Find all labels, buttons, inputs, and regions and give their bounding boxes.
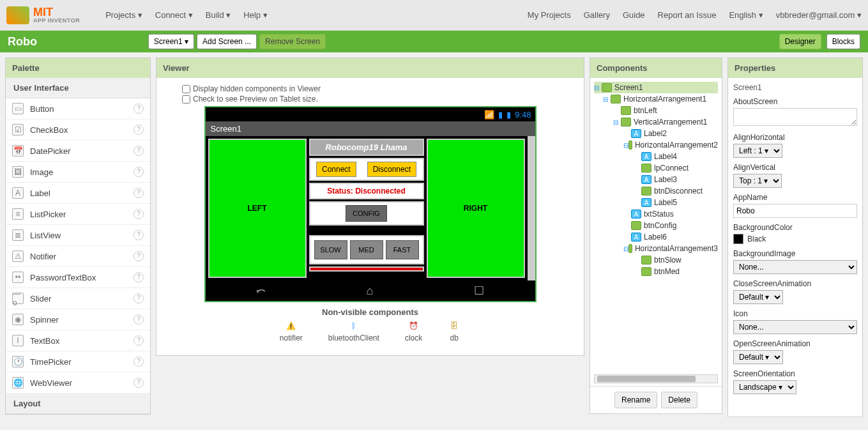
menu-lang[interactable]: English ▾ bbox=[729, 10, 763, 20]
aboutscreen-input[interactable] bbox=[733, 108, 857, 126]
components-hscroll[interactable] bbox=[594, 374, 718, 383]
delete-button[interactable]: Delete bbox=[661, 392, 697, 408]
tree-node-Label3[interactable]: ALabel3 bbox=[594, 174, 718, 185]
preview-fast-button[interactable]: FAST bbox=[386, 240, 419, 259]
nonvis-db[interactable]: 🗄db bbox=[448, 319, 461, 342]
tree-node-txtStatus[interactable]: AtxtStatus bbox=[594, 208, 718, 220]
palette-item-checkbox[interactable]: ☑CheckBox? bbox=[6, 119, 150, 141]
menu-connect[interactable]: Connect ▾ bbox=[155, 10, 193, 20]
tree-node-VerticalArrangement1[interactable]: ⊟VerticalArrangement1 bbox=[594, 116, 718, 128]
tree-toggle-icon[interactable]: ⊟ bbox=[613, 119, 621, 126]
bgcolor-row[interactable]: Black bbox=[733, 234, 857, 244]
preview-connect-button[interactable]: Connect bbox=[316, 162, 356, 177]
preview-slow-button[interactable]: SLOW bbox=[314, 240, 347, 259]
tree-node-btnMed[interactable]: btnMed bbox=[594, 266, 718, 277]
palette-item-notifier[interactable]: ⚠Notifier? bbox=[6, 246, 150, 267]
tree-node-Label4[interactable]: ALabel4 bbox=[594, 151, 718, 162]
palette-item-listpicker[interactable]: ≡ListPicker? bbox=[6, 204, 150, 225]
tree-node-btnDisconnect[interactable]: btnDisconnect bbox=[594, 185, 718, 197]
help-icon[interactable]: ? bbox=[133, 335, 144, 346]
phone-screen[interactable]: LEFT Robocomp19 Lhama Connect Disconnect… bbox=[206, 136, 535, 280]
help-icon[interactable]: ? bbox=[133, 314, 144, 325]
tree-toggle-icon[interactable]: ⊟ bbox=[594, 84, 602, 91]
tree-node-btnLeft[interactable]: btnLeft bbox=[594, 105, 718, 116]
designer-tab[interactable]: Designer bbox=[779, 34, 821, 49]
nonvis-notifier[interactable]: ⚠️notifier bbox=[280, 319, 303, 342]
palette-section-layout[interactable]: Layout bbox=[6, 394, 150, 414]
blocks-tab[interactable]: Blocks bbox=[826, 34, 860, 49]
help-icon[interactable]: ? bbox=[133, 357, 144, 367]
icon-select[interactable]: None... bbox=[733, 320, 857, 334]
tree-node-Label2[interactable]: ALabel2 bbox=[594, 128, 718, 139]
preview-disconnect-button[interactable]: Disconnect bbox=[367, 162, 416, 177]
closeanim-select[interactable]: Default ▾ bbox=[733, 290, 783, 304]
menu-help[interactable]: Help ▾ bbox=[243, 10, 267, 20]
palette-item-spinner[interactable]: ◉Spinner? bbox=[6, 309, 150, 330]
palette-item-image[interactable]: 🖼Image? bbox=[6, 162, 150, 183]
help-icon[interactable]: ? bbox=[133, 104, 144, 114]
alignh-select[interactable]: Left : 1 ▾ bbox=[733, 144, 782, 158]
menu-guide[interactable]: Guide bbox=[623, 10, 645, 20]
help-icon[interactable]: ? bbox=[133, 167, 144, 177]
components-tree[interactable]: ⊟Screen1⊟HorizontalArrangement1btnLeft⊟V… bbox=[590, 78, 722, 372]
palette-item-button[interactable]: ▭Button? bbox=[6, 98, 150, 119]
tree-node-Screen1[interactable]: ⊟Screen1 bbox=[594, 82, 718, 93]
remove-screen-button[interactable]: Remove Screen bbox=[259, 34, 326, 49]
help-icon[interactable]: ? bbox=[133, 125, 144, 135]
palette-item-datepicker[interactable]: 📅DatePicker? bbox=[6, 141, 150, 162]
palette-item-listview[interactable]: ≣ListView? bbox=[6, 225, 150, 246]
menu-gallery[interactable]: Gallery bbox=[584, 10, 610, 20]
menu-report[interactable]: Report an Issue bbox=[658, 10, 717, 20]
help-icon[interactable]: ? bbox=[133, 230, 144, 240]
preview-redbar[interactable] bbox=[309, 266, 424, 272]
tree-toggle-icon[interactable]: ⊟ bbox=[603, 96, 611, 103]
screen-dropdown[interactable]: Screen1 ▾ bbox=[148, 34, 194, 49]
palette-item-textbox[interactable]: ITextBox? bbox=[6, 330, 150, 351]
preview-med-button[interactable]: MED bbox=[350, 240, 383, 259]
help-icon[interactable]: ? bbox=[133, 209, 144, 219]
palette-item-label[interactable]: ALabel? bbox=[6, 183, 150, 204]
menu-projects[interactable]: Projects ▾ bbox=[105, 10, 142, 20]
tree-node-HorizontalArrangement1[interactable]: ⊟HorizontalArrangement1 bbox=[594, 93, 718, 105]
nonvis-bluetooth[interactable]: ᛒbluetoothClient bbox=[328, 319, 379, 342]
rename-button[interactable]: Rename bbox=[614, 392, 657, 408]
preview-scrollbar[interactable] bbox=[528, 136, 535, 280]
logo[interactable]: MIT APP INVENTOR bbox=[6, 6, 80, 24]
home-icon[interactable]: ⌂ bbox=[367, 284, 374, 298]
menu-account[interactable]: vbbreder@gmail.com ▾ bbox=[776, 10, 862, 20]
add-screen-button[interactable]: Add Screen ... bbox=[197, 34, 257, 49]
palette-item-webviewer[interactable]: 🌐WebViewer? bbox=[6, 372, 150, 394]
alignv-select[interactable]: Top : 1 ▾ bbox=[733, 174, 782, 188]
preview-title[interactable]: Robocomp19 Lhama bbox=[309, 139, 424, 156]
appname-input[interactable] bbox=[733, 204, 857, 218]
orient-select[interactable]: Landscape ▾ bbox=[733, 380, 796, 394]
preview-status[interactable]: Status: Disconnected bbox=[309, 183, 424, 199]
tree-node-Label5[interactable]: ALabel5 bbox=[594, 197, 718, 208]
preview-config-button[interactable]: CONFIG bbox=[346, 205, 387, 222]
preview-left-button[interactable]: LEFT bbox=[208, 139, 307, 278]
menu-build[interactable]: Build ▾ bbox=[206, 10, 231, 20]
recent-icon[interactable]: ☐ bbox=[474, 284, 484, 298]
menu-myprojects[interactable]: My Projects bbox=[528, 10, 571, 20]
palette-item-slider[interactable]: —oSlider? bbox=[6, 288, 150, 309]
bgimage-select[interactable]: None... bbox=[733, 260, 857, 274]
help-icon[interactable]: ? bbox=[133, 272, 144, 282]
openanim-select[interactable]: Default ▾ bbox=[733, 350, 783, 364]
nonvis-clock[interactable]: ⏰clock bbox=[405, 319, 422, 342]
help-icon[interactable]: ? bbox=[133, 378, 144, 388]
help-icon[interactable]: ? bbox=[133, 188, 144, 198]
chk-hidden[interactable] bbox=[182, 85, 190, 93]
help-icon[interactable]: ? bbox=[133, 293, 144, 303]
palette-item-passwordtextbox[interactable]: ••PasswordTextBox? bbox=[6, 267, 150, 288]
tree-node-HorizontalArrangement2[interactable]: ⊟HorizontalArrangement2 bbox=[594, 139, 718, 151]
tree-toggle-icon[interactable]: ⊟ bbox=[623, 142, 628, 149]
tree-node-btnConfig[interactable]: btnConfig bbox=[594, 220, 718, 231]
tree-node-lpConnect[interactable]: lpConnect bbox=[594, 162, 718, 174]
help-icon[interactable]: ? bbox=[133, 251, 144, 261]
palette-item-timepicker[interactable]: 🕐TimePicker? bbox=[6, 351, 150, 372]
tree-node-HorizontalArrangement3[interactable]: ⊟HorizontalArrangement3 bbox=[594, 243, 718, 254]
tree-node-Label6[interactable]: ALabel6 bbox=[594, 231, 718, 243]
preview-right-button[interactable]: RIGHT bbox=[427, 139, 525, 278]
tree-toggle-icon[interactable]: ⊟ bbox=[623, 245, 628, 252]
back-icon[interactable]: ⤺ bbox=[256, 284, 266, 298]
